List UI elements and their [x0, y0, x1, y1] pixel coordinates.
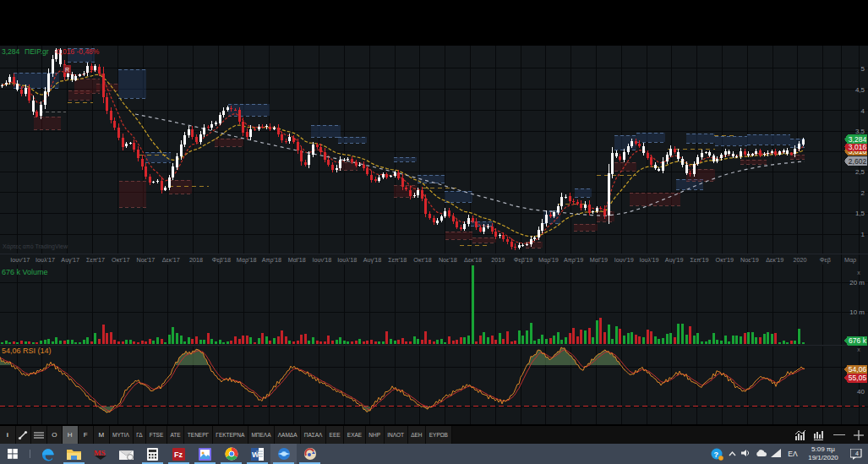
svg-text:2018: 2018: [189, 256, 203, 264]
svg-text:3,5: 3,5: [855, 128, 865, 135]
svg-text:Ιουν'17: Ιουν'17: [10, 256, 30, 264]
svg-text:4,5: 4,5: [855, 86, 865, 94]
svg-text:Οκτ'19: Οκτ'19: [716, 256, 734, 264]
svg-text:Σεπ'17: Σεπ'17: [86, 256, 105, 264]
svg-text:Σεπ'19: Σεπ'19: [691, 256, 709, 264]
svg-text:Μαρ: Μαρ: [844, 256, 856, 264]
svg-text:Δεκ'18: Δεκ'18: [464, 256, 482, 264]
svg-text:40: 40: [857, 388, 865, 396]
svg-text:Φεβ'19: Φεβ'19: [514, 256, 532, 264]
svg-text:Ιουλ'17: Ιουλ'17: [35, 256, 55, 264]
svg-text:Απρ'19: Απρ'19: [564, 256, 583, 264]
svg-text:-0,016 -0,48%: -0,016 -0,48%: [54, 47, 100, 56]
svg-text:Φεβ'18: Φεβ'18: [212, 256, 231, 264]
svg-text:Ιουλ'19: Ιουλ'19: [640, 256, 659, 264]
svg-text:Νοε'18: Νοε'18: [439, 256, 457, 264]
svg-text:Χάρτες από TradingView: Χάρτες από TradingView: [3, 243, 68, 250]
svg-text:676 k: 676 k: [849, 336, 867, 345]
svg-text:2019: 2019: [491, 256, 505, 264]
svg-text:55,05: 55,05: [849, 374, 867, 382]
svg-text:4: 4: [861, 107, 865, 115]
svg-text:Ιουν'19: Ιουν'19: [614, 256, 634, 264]
svg-text:10 m: 10 m: [849, 308, 865, 316]
svg-text:Fz: Fz: [174, 450, 183, 459]
svg-text:ΠΕΙΡ.gr: ΠΕΙΡ.gr: [25, 47, 49, 56]
svg-text:3,284: 3,284: [2, 47, 20, 56]
svg-text:R: R: [65, 67, 69, 73]
svg-text:2: 2: [861, 189, 865, 197]
svg-text:1: 1: [861, 231, 865, 238]
svg-text:Οκτ'18: Οκτ'18: [413, 256, 431, 264]
svg-text:Μαρ'18: Μαρ'18: [237, 256, 257, 264]
svg-text:Απρ'18: Απρ'18: [262, 256, 281, 264]
svg-text:Αυγ'17: Αυγ'17: [61, 256, 79, 264]
svg-text:2020: 2020: [794, 256, 807, 264]
svg-text:2,602: 2,602: [849, 157, 867, 166]
svg-text:Αυγ'19: Αυγ'19: [665, 256, 684, 264]
svg-text:Αυγ'18: Αυγ'18: [363, 256, 382, 264]
svg-text:676 k Volume: 676 k Volume: [2, 268, 48, 276]
svg-text:54,06: 54,06: [849, 365, 867, 374]
svg-text:2,5: 2,5: [855, 168, 865, 176]
svg-text:Μαϊ'19: Μαϊ'19: [590, 256, 608, 264]
svg-text:Δεκ'19: Δεκ'19: [766, 256, 783, 264]
svg-text:x: x: [857, 347, 860, 352]
svg-text:Φεβ: Φεβ: [820, 256, 831, 264]
svg-text:20 m: 20 m: [849, 279, 865, 287]
svg-text:Νοε'17: Νοε'17: [137, 256, 156, 264]
svg-text:Ιουν'18: Ιουν'18: [312, 256, 331, 264]
svg-text:Ιουλ'18: Ιουλ'18: [337, 256, 357, 264]
svg-text:Νοε'19: Νοε'19: [740, 256, 759, 264]
svg-text:3,284: 3,284: [849, 135, 867, 144]
svg-text:5: 5: [861, 65, 865, 73]
svg-text:Δεκ'17: Δεκ'17: [162, 256, 180, 264]
svg-text:Οκτ'17: Οκτ'17: [112, 256, 129, 264]
svg-text:Σεπ'18: Σεπ'18: [388, 256, 407, 264]
svg-text:x: x: [857, 270, 860, 276]
svg-text:Μαρ'19: Μαρ'19: [538, 256, 559, 264]
svg-text:?: ?: [713, 450, 718, 458]
svg-text:4: 4: [855, 450, 859, 456]
svg-text:54,06 RSI (14): 54,06 RSI (14): [2, 347, 52, 355]
svg-text:Μαϊ'18: Μαϊ'18: [288, 256, 306, 264]
svg-text:1,5: 1,5: [855, 210, 865, 217]
